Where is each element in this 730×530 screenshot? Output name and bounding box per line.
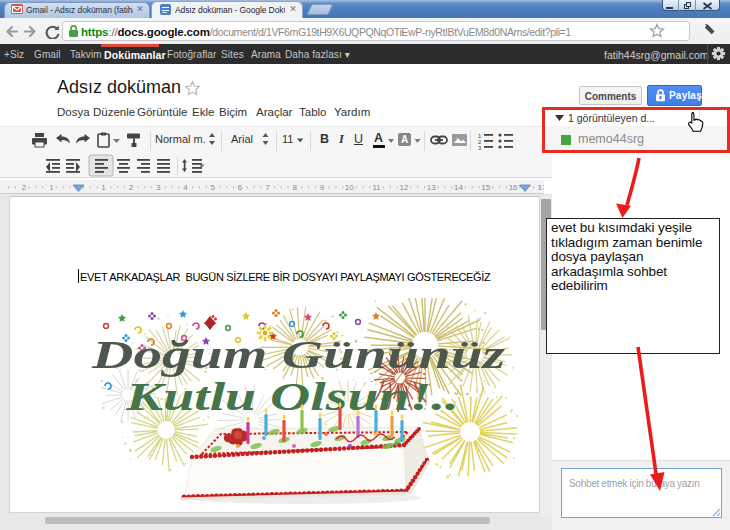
svg-text:11: 11 (372, 183, 381, 192)
svg-text:3: 3 (478, 145, 482, 151)
svg-text:9: 9 (320, 183, 325, 192)
svg-text:6: 6 (238, 183, 243, 192)
svg-text:8: 8 (292, 183, 297, 192)
svg-text:13: 13 (427, 183, 436, 192)
svg-text:12: 12 (399, 183, 408, 192)
svg-text:1: 1 (49, 183, 54, 192)
svg-text:16: 16 (509, 183, 518, 192)
svg-text:2: 2 (129, 183, 134, 192)
svg-text:14: 14 (454, 183, 463, 192)
svg-text:5: 5 (211, 183, 216, 192)
svg-text:4: 4 (183, 183, 188, 192)
svg-text:1: 1 (101, 183, 106, 192)
svg-text:10: 10 (345, 183, 354, 192)
svg-text:15: 15 (481, 183, 490, 192)
svg-text:7: 7 (265, 183, 270, 192)
svg-text:Kutlu Olsun!..: Kutlu Olsun!.. (125, 374, 459, 419)
svg-text:Doğum Gününüz: Doğum Gününüz (91, 331, 505, 377)
svg-text:2: 2 (22, 183, 27, 192)
svg-text:3: 3 (156, 183, 161, 192)
svg-text:A: A (401, 134, 408, 145)
